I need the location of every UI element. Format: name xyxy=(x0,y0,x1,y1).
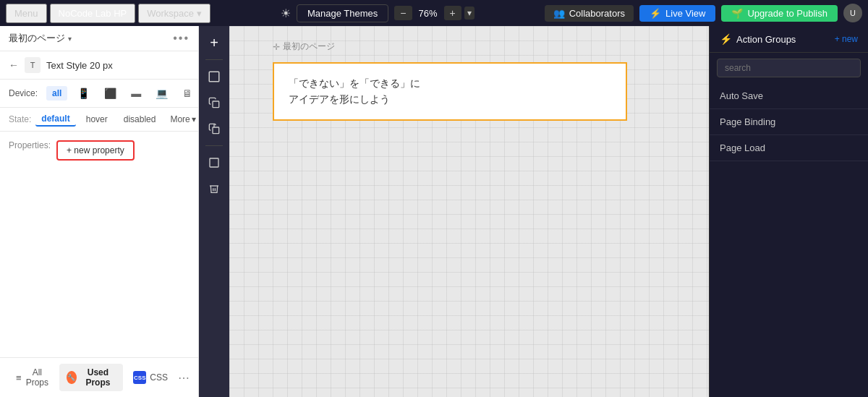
new-property-button[interactable]: + new property xyxy=(56,140,135,161)
component-button[interactable] xyxy=(202,116,226,141)
state-row: State: default hover disabled More ▾ xyxy=(0,108,198,132)
brand-button[interactable]: NoCode Lab HP xyxy=(50,4,136,23)
menu-button[interactable]: Menu xyxy=(6,4,47,23)
right-panel-title-row: ⚡ Action Groups xyxy=(720,33,796,45)
state-label: State: xyxy=(9,114,31,124)
manage-themes-button[interactable]: Manage Themes xyxy=(297,4,388,22)
paste-button[interactable] xyxy=(202,150,226,175)
avatar[interactable]: U xyxy=(843,4,862,22)
move-icon: ✛ xyxy=(273,42,280,52)
leaf-icon: 🌱 xyxy=(731,8,743,19)
canvas-page-label: ✛ 最初のページ xyxy=(273,40,335,53)
page-title-row: 最初のページ ▾ xyxy=(9,32,72,45)
element-icon: T xyxy=(25,57,41,73)
device-row: Device: all 📱 ⬛ ▬ 💻 🖥 xyxy=(0,80,198,108)
page-dropdown-icon[interactable]: ▾ xyxy=(68,35,72,43)
collaborators-icon: 👥 xyxy=(553,8,565,19)
right-panel-title: Action Groups xyxy=(736,34,796,45)
text-element[interactable]: 「できない」を「できる」に アイデアを形にしよう xyxy=(273,62,627,121)
canvas-inner: ✛ 最初のページ 「できない」を「できる」に アイデアを形にしよう xyxy=(229,26,709,55)
device-tablet-sm-button[interactable]: ⬛ xyxy=(100,85,121,101)
top-nav-center: ☀ Manage Themes − 76% + ▾ xyxy=(213,4,542,22)
css-icon: CSS xyxy=(133,371,146,384)
top-nav-right: 👥 Collaborators ⚡ Live View 🌱 Upgrade to… xyxy=(545,4,862,22)
right-panel-new-button[interactable]: + new xyxy=(835,34,858,44)
more-menu-button[interactable]: ••• xyxy=(173,32,190,45)
delete-button[interactable] xyxy=(202,176,226,201)
properties-area: Properties: + new property xyxy=(0,132,198,357)
upgrade-button[interactable]: 🌱 Upgrade to Publish xyxy=(721,5,838,22)
element-header: ← T Text Style 20 px xyxy=(0,51,198,80)
right-panel-search-input[interactable] xyxy=(717,59,861,77)
action-groups-icon: ⚡ xyxy=(720,33,732,45)
state-hover-button[interactable]: hover xyxy=(80,113,114,126)
right-panel-item-autosave[interactable]: Auto Save xyxy=(710,83,868,109)
page-header: 最初のページ ▾ ••• xyxy=(0,26,198,51)
chevron-down-icon: ▾ xyxy=(192,114,196,124)
device-label: Device: xyxy=(9,88,38,98)
zoom-in-button[interactable]: + xyxy=(444,6,461,20)
state-default-button[interactable]: default xyxy=(35,112,75,127)
device-mobile-button[interactable]: 📱 xyxy=(73,85,94,101)
top-nav: Menu NoCode Lab HP Workspace ▾ ☀ Manage … xyxy=(0,0,868,26)
sun-icon[interactable]: ☀ xyxy=(281,7,291,20)
workspace-button[interactable]: Workspace ▾ xyxy=(138,4,210,23)
toolbar-separator-1 xyxy=(205,59,223,60)
back-button[interactable]: ← xyxy=(9,59,19,71)
svg-rect-2 xyxy=(213,127,219,134)
state-more-button[interactable]: More ▾ xyxy=(166,113,200,126)
main-layout: 最初のページ ▾ ••• ← T Text Style 20 px Device… xyxy=(0,26,868,397)
right-panel-item-pageload[interactable]: Page Load xyxy=(710,135,868,161)
zoom-controls: − 76% + ▾ xyxy=(394,6,474,20)
chevron-down-icon: ▾ xyxy=(197,8,202,19)
right-panel-header: ⚡ Action Groups + new xyxy=(710,26,868,53)
device-tablet-button[interactable]: ▬ xyxy=(127,85,145,101)
device-all-button[interactable]: all xyxy=(46,86,67,101)
zoom-out-button[interactable]: − xyxy=(394,6,412,20)
device-desktop-button[interactable]: 🖥 xyxy=(178,85,197,101)
right-panel: ⚡ Action Groups + new Auto Save Page Bin… xyxy=(709,26,868,397)
zoom-value: 76% xyxy=(415,8,441,19)
left-panel-footer: ≡ All Props 🔧 Used Props CSS CSS ⋯ xyxy=(0,357,198,397)
all-props-tab[interactable]: ≡ All Props xyxy=(9,364,56,391)
used-props-icon: 🔧 xyxy=(67,371,76,384)
svg-rect-4 xyxy=(210,158,218,167)
all-props-icon: ≡ xyxy=(16,372,22,383)
add-element-button[interactable]: + xyxy=(202,30,226,55)
lightning-icon: ⚡ xyxy=(650,8,661,19)
canvas-toolbar: + xyxy=(199,26,229,397)
toolbar-separator-2 xyxy=(205,145,223,146)
collaborators-button[interactable]: 👥 Collaborators xyxy=(545,5,634,22)
properties-label: Properties: xyxy=(9,140,51,150)
used-props-tab[interactable]: 🔧 Used Props xyxy=(59,364,123,391)
left-panel: 最初のページ ▾ ••• ← T Text Style 20 px Device… xyxy=(0,26,199,397)
right-panel-items: Auto Save Page Binding Page Load xyxy=(710,83,868,161)
device-laptop-button[interactable]: 💻 xyxy=(151,85,172,101)
right-panel-item-pagebinding[interactable]: Page Binding xyxy=(710,109,868,135)
text-content: 「できない」を「できる」に アイデアを形にしよう xyxy=(289,75,611,108)
zoom-dropdown-button[interactable]: ▾ xyxy=(464,7,475,20)
copy-button[interactable] xyxy=(202,90,226,115)
svg-rect-0 xyxy=(209,72,219,82)
footer-more-button[interactable]: ⋯ xyxy=(178,371,190,385)
page-title: 最初のページ xyxy=(9,32,65,45)
element-title: Text Style 20 px xyxy=(46,60,113,71)
state-disabled-button[interactable]: disabled xyxy=(118,113,162,126)
svg-rect-1 xyxy=(213,101,219,108)
right-panel-search xyxy=(717,59,861,77)
live-view-button[interactable]: ⚡ Live View xyxy=(639,5,715,22)
canvas-area[interactable]: ✛ 最初のページ 「できない」を「できる」に アイデアを形にしよう xyxy=(229,26,709,397)
css-tab[interactable]: CSS CSS xyxy=(126,367,175,388)
layers-button[interactable] xyxy=(202,64,226,89)
